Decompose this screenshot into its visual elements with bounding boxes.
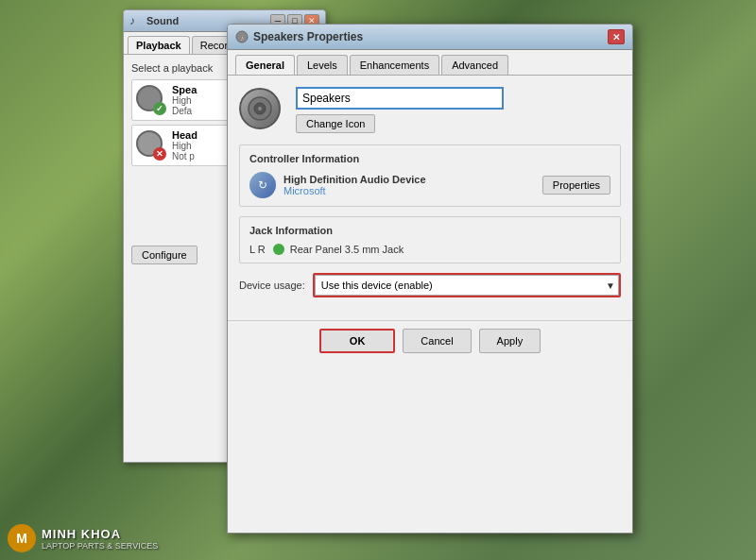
watermark-icon: M bbox=[8, 524, 36, 552]
speaker-graphic bbox=[239, 88, 281, 129]
controller-name: High Definition Audio Device bbox=[284, 174, 542, 185]
controller-icon: ↻ bbox=[249, 172, 276, 198]
device-usage-label: Device usage: bbox=[239, 280, 305, 291]
tab-advanced[interactable]: Advanced bbox=[441, 55, 508, 75]
tab-general[interactable]: General bbox=[235, 55, 295, 75]
jack-dot bbox=[273, 244, 284, 255]
speaker-status-badge: ✓ bbox=[153, 102, 166, 115]
tab-playback[interactable]: Playback bbox=[128, 36, 190, 54]
speaker-icon: ✓ bbox=[136, 85, 166, 115]
name-section: Change Icon bbox=[296, 87, 621, 133]
tab-enhancements[interactable]: Enhancements bbox=[350, 55, 439, 75]
speaker-large-icon bbox=[239, 88, 284, 133]
watermark-brand: MINH KHOA bbox=[42, 527, 158, 541]
controller-info: High Definition Audio Device Microsoft bbox=[284, 174, 542, 196]
headphones-icon: ✕ bbox=[136, 130, 166, 161]
jack-section: Jack Information L R Rear Panel 3.5 mm J… bbox=[239, 216, 621, 263]
watermark: M MINH KHOA LAPTOP PARTS & SERVICES bbox=[8, 524, 158, 552]
controller-row: ↻ High Definition Audio Device Microsoft… bbox=[249, 172, 610, 198]
device-name-input[interactable] bbox=[296, 87, 504, 110]
speakers-dialog: ♪ Speakers Properties ✕ General Levels E… bbox=[227, 24, 633, 534]
dialog-buttons: OK Cancel Apply bbox=[228, 320, 632, 361]
controller-section: Controller Information ↻ High Definition… bbox=[239, 144, 621, 207]
svg-point-4 bbox=[258, 107, 262, 110]
headphones-status-badge: ✕ bbox=[153, 147, 166, 161]
configure-button[interactable]: Configure bbox=[131, 246, 198, 264]
dialog-close-button[interactable]: ✕ bbox=[608, 29, 625, 44]
dialog-title: Speakers Properties bbox=[253, 30, 608, 43]
svg-text:♪: ♪ bbox=[240, 34, 244, 42]
usage-dropdown-wrapper: Use this device (enable) Don't use this … bbox=[313, 273, 621, 297]
dialog-tabs: General Levels Enhancements Advanced bbox=[228, 50, 632, 76]
ok-button[interactable]: OK bbox=[319, 329, 396, 353]
properties-button[interactable]: Properties bbox=[542, 176, 610, 195]
jack-lr: L R bbox=[249, 244, 266, 255]
dialog-body: Change Icon Controller Information ↻ Hig… bbox=[228, 76, 632, 320]
tab-levels[interactable]: Levels bbox=[297, 55, 348, 75]
cancel-button[interactable]: Cancel bbox=[403, 329, 471, 353]
sound-icon: ♪ bbox=[129, 14, 143, 27]
jack-name: Rear Panel 3.5 mm Jack bbox=[290, 244, 404, 255]
watermark-sub: LAPTOP PARTS & SERVICES bbox=[42, 541, 158, 551]
watermark-text-block: MINH KHOA LAPTOP PARTS & SERVICES bbox=[42, 527, 158, 551]
controller-label: Controller Information bbox=[249, 153, 610, 164]
change-icon-button[interactable]: Change Icon bbox=[296, 114, 375, 133]
dialog-titlebar: ♪ Speakers Properties ✕ bbox=[228, 25, 632, 50]
device-usage-row: Device usage: Use this device (enable) D… bbox=[239, 273, 621, 297]
dialog-icon: ♪ bbox=[235, 30, 249, 43]
jack-row: L R Rear Panel 3.5 mm Jack bbox=[249, 244, 610, 255]
controller-sub: Microsoft bbox=[284, 185, 542, 196]
apply-button[interactable]: Apply bbox=[479, 329, 541, 353]
device-usage-select[interactable]: Use this device (enable) Don't use this … bbox=[315, 275, 619, 296]
icon-name-row: Change Icon bbox=[239, 87, 621, 133]
jack-label: Jack Information bbox=[249, 225, 610, 236]
